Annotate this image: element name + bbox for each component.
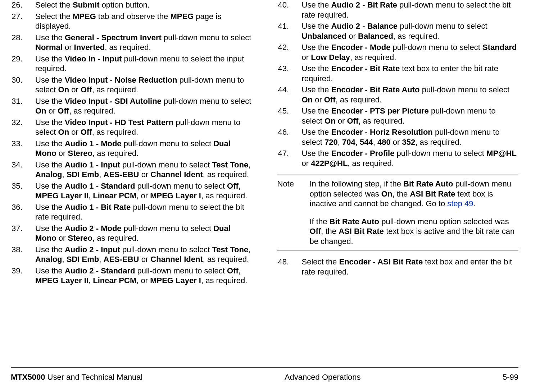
item-number: 34. [11,160,35,180]
note-paragraph-2: If the Bit Rate Auto pull-down menu opti… [310,217,519,246]
item-body: Use the Encoder - Profile pull-down menu… [302,148,519,168]
item-body: Select the Encoder - ASI Bit Rate text b… [302,257,519,277]
item-body: Use the Audio 1 - Standard pull-down men… [35,181,252,201]
list-item: 40.Use the Audio 2 - Bit Rate pull-down … [277,0,519,20]
item-body: Use the General - Spectrum Invert pull-d… [35,33,252,52]
list-item: 45.Use the Encoder - PTS per Picture pul… [277,106,519,126]
content-columns: 26.Select the Submit option button.27.Se… [11,0,518,392]
item-body: Use the Encoder - Bit Rate Auto pull-dow… [302,85,519,105]
list-item: 36.Use the Audio 1 - Bit Rate pull-down … [11,202,252,222]
page: 26.Select the Submit option button.27.Se… [0,0,540,392]
list-item: 35.Use the Audio 1 - Standard pull-down … [11,181,252,201]
list-item: 48.Select the Encoder - ASI Bit Rate tex… [277,257,519,277]
item-number: 27. [11,11,35,31]
list-item: 46.Use the Encoder - Horiz Resolution pu… [277,127,519,147]
item-body: Use the Encoder - Mode pull-down menu to… [302,42,519,62]
item-body: Use the Audio 1 - Mode pull-down menu to… [35,139,252,158]
list-item: 32.Use the Video Input - HD Test Pattern… [11,117,252,137]
list-item: 37.Use the Audio 2 - Mode pull-down menu… [11,223,252,243]
page-footer: MTX5000 User and Technical Manual Advanc… [11,367,518,382]
item-number: 36. [11,202,35,222]
item-number: 42. [277,42,302,62]
list-item: 29.Use the Video In - Input pull-down me… [11,54,252,74]
list-item: 39.Use the Audio 2 - Standard pull-down … [11,266,252,286]
item-number: 30. [11,75,35,95]
item-number: 43. [277,64,302,83]
list-item: 28.Use the General - Spectrum Invert pul… [11,33,252,52]
left-column: 26.Select the Submit option button.27.Se… [11,0,252,392]
list-item: 42.Use the Encoder - Mode pull-down menu… [277,42,519,62]
item-body: Use the Audio 2 - Mode pull-down menu to… [35,223,252,243]
footer-page-number: 5-99 [503,373,518,382]
item-number: 45. [277,106,302,126]
list-item: 41.Use the Audio 2 - Balance pull-down m… [277,21,519,41]
item-number: 33. [11,139,35,158]
item-body: Use the Encoder - Horiz Resolution pull-… [302,127,519,147]
item-number: 41. [277,21,302,41]
item-number: 48. [277,257,302,277]
item-body: Use the Audio 1 - Input pull-down menu t… [35,160,252,180]
item-body: Select the Submit option button. [35,0,252,10]
list-item: 34.Use the Audio 1 - Input pull-down men… [11,160,252,180]
note-body: In the following step, if the Bit Rate A… [310,179,519,246]
item-body: Use the Video In - Input pull-down menu … [35,54,252,74]
item-number: 44. [277,85,302,105]
item-number: 38. [11,245,35,264]
footer-product: MTX5000 [11,373,45,382]
item-number: 40. [277,0,302,20]
item-number: 28. [11,33,35,52]
item-body: Use the Video Input - SDI Autoline pull-… [35,96,252,116]
item-body: Use the Audio 2 - Balance pull-down menu… [302,21,519,41]
list-item: 47.Use the Encoder - Profile pull-down m… [277,148,519,168]
item-body: Use the Audio 2 - Input pull-down menu t… [35,245,252,264]
list-item: 43.Use the Encoder - Bit Rate text box t… [277,64,519,83]
item-body: Use the Video Input - HD Test Pattern pu… [35,117,252,137]
list-item: 27.Select the MPEG tab and observe the M… [11,11,252,31]
note-paragraph-1: In the following step, if the Bit Rate A… [310,179,519,209]
footer-left: MTX5000 User and Technical Manual [11,373,142,382]
item-number: 26. [11,0,35,10]
item-number: 31. [11,96,35,116]
item-number: 32. [11,117,35,137]
item-number: 47. [277,148,302,168]
item-number: 39. [11,266,35,286]
item-number: 37. [11,223,35,243]
item-body: Use the Encoder - Bit Rate text box to e… [302,64,519,83]
list-item: 33.Use the Audio 1 - Mode pull-down menu… [11,139,252,158]
item-number: 46. [277,127,302,147]
item-body: Use the Audio 1 - Bit Rate pull-down men… [35,202,252,222]
footer-center: Advanced Operations [285,373,361,382]
note-block: Note In the following step, if the Bit R… [277,175,519,250]
item-body: Select the MPEG tab and observe the MPEG… [35,11,252,31]
list-item: 30.Use the Video Input - Noise Reduction… [11,75,252,95]
item-number: 35. [11,181,35,201]
item-body: Use the Encoder - PTS per Picture pull-d… [302,106,519,126]
right-column: 40.Use the Audio 2 - Bit Rate pull-down … [277,0,519,392]
list-item: 31.Use the Video Input - SDI Autoline pu… [11,96,252,116]
item-number: 29. [11,54,35,74]
item-body: Use the Audio 2 - Bit Rate pull-down men… [302,0,519,20]
footer-title: User and Technical Manual [45,373,142,382]
list-item: 38.Use the Audio 2 - Input pull-down men… [11,245,252,264]
note-label: Note [277,179,310,246]
item-body: Use the Audio 2 - Standard pull-down men… [35,266,252,286]
list-item: 44.Use the Encoder - Bit Rate Auto pull-… [277,85,519,105]
item-body: Use the Video Input - Noise Reduction pu… [35,75,252,95]
list-item: 26.Select the Submit option button. [11,0,252,10]
